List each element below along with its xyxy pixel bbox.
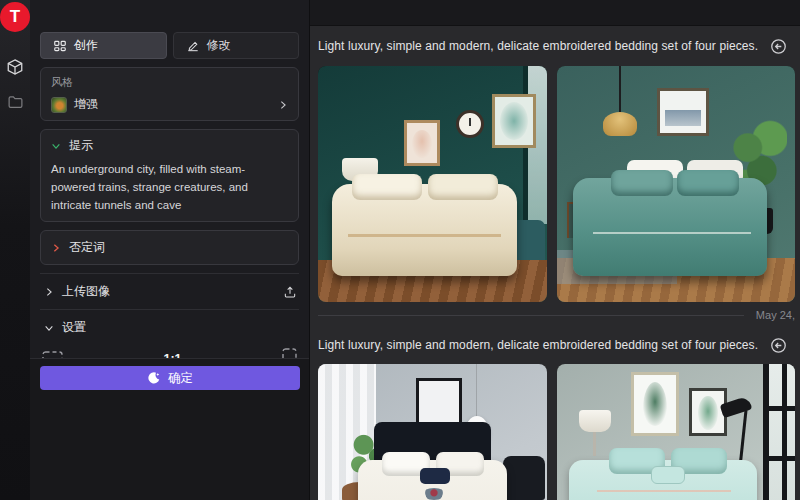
small-pillow <box>651 466 685 484</box>
generated-image-3[interactable] <box>318 364 547 500</box>
pillows <box>352 174 422 200</box>
style-card[interactable]: 风格 增强 <box>40 67 299 121</box>
upload-icon[interactable] <box>283 285 297 299</box>
edit-icon <box>186 39 200 53</box>
chevron-down-icon <box>44 323 54 333</box>
table-lamp <box>579 410 611 432</box>
panel-footer: 确定 <box>30 358 309 500</box>
date-row: May 24, <box>318 304 795 326</box>
app-logo[interactable]: T <box>0 2 30 32</box>
upload-label: 上传图像 <box>62 283 110 300</box>
chevron-right-icon <box>278 100 288 110</box>
negative-card[interactable]: 否定词 <box>40 230 299 265</box>
pendant-cord <box>476 364 477 418</box>
grid-icon <box>53 39 67 53</box>
control-panel: 创作 修改 风格 增强 提示 A <box>30 0 310 500</box>
date-label: May 24, <box>756 309 795 321</box>
pendant-lamp <box>603 112 637 136</box>
chair <box>503 456 545 500</box>
generated-image-1[interactable] <box>318 66 547 302</box>
style-label: 风格 <box>51 75 288 90</box>
embroidery-motif <box>422 488 446 500</box>
confirm-button[interactable]: 确定 <box>40 366 300 390</box>
chevron-right-icon-red <box>51 243 61 253</box>
upload-row[interactable]: 上传图像 <box>40 273 299 309</box>
left-rail: T <box>0 0 30 500</box>
generated-image-4[interactable] <box>557 364 795 500</box>
generated-image-2[interactable] <box>557 66 795 302</box>
prompt-label: 提示 <box>69 137 93 154</box>
moon-icon <box>147 371 161 385</box>
generation-prompt: Light luxury, simple and modern, delicat… <box>318 39 758 53</box>
style-thumbnail <box>51 97 67 113</box>
confirm-button-label: 确定 <box>168 370 193 387</box>
teal-pillows <box>611 170 673 196</box>
cube-icon[interactable] <box>6 58 24 76</box>
generation-prompt-row: Light luxury, simple and modern, delicat… <box>318 26 795 66</box>
mode-tabs: 创作 修改 <box>40 32 299 59</box>
framed-art <box>416 378 462 428</box>
generation-prompt-row-2: Light luxury, simple and modern, delicat… <box>318 326 795 364</box>
folder-icon[interactable] <box>7 94 24 111</box>
negative-label: 否定词 <box>69 239 105 256</box>
tab-create-label: 创作 <box>74 37 98 54</box>
top-strip <box>310 0 800 26</box>
chevron-right-icon <box>44 287 54 297</box>
divider <box>318 315 744 316</box>
prompt-input[interactable]: An underground city, filled with steam-p… <box>51 161 288 214</box>
reuse-prompt-icon-2[interactable] <box>770 337 787 354</box>
settings-header[interactable]: 设置 <box>40 309 299 338</box>
tab-edit-label: 修改 <box>207 37 231 54</box>
results-feed: Light luxury, simple and modern, delicat… <box>310 0 800 500</box>
settings-label: 设置 <box>62 319 86 336</box>
style-value: 增强 <box>74 96 98 113</box>
reuse-prompt-icon[interactable] <box>770 38 787 55</box>
image-grid-2 <box>318 364 795 500</box>
tab-create[interactable]: 创作 <box>40 32 167 59</box>
window <box>763 364 795 500</box>
navy-pillow <box>420 468 450 484</box>
chevron-down-icon-green <box>51 141 61 151</box>
prompt-card[interactable]: 提示 An underground city, filled with stea… <box>40 129 299 222</box>
generation-prompt-2: Light luxury, simple and modern, delicat… <box>318 338 758 352</box>
image-grid-1 <box>318 66 795 302</box>
pendant-cord <box>619 66 621 114</box>
tab-edit[interactable]: 修改 <box>173 32 300 59</box>
